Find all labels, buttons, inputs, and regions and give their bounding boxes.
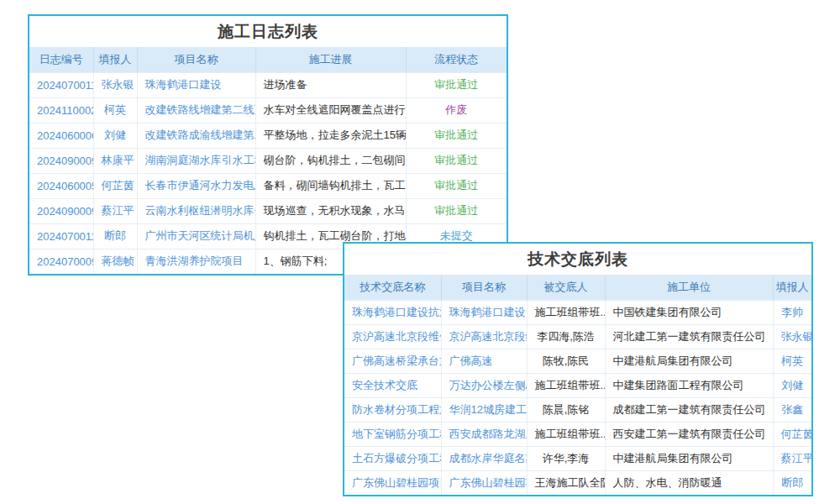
project-link[interactable]: 青海洪湖养护院项目: [145, 255, 244, 267]
receiver-cell: 陈牧,陈民: [527, 349, 605, 373]
name-link[interactable]: 京沪高速北京段维修...: [352, 330, 441, 343]
id-link[interactable]: 2024060006: [37, 129, 93, 142]
project-link[interactable]: 万达办公楼左侧A...: [449, 379, 528, 391]
table-row: 2024060006刘健改建铁路成渝线增建第二...平整场地，拉走多余泥土15辆…: [29, 123, 507, 148]
tech-disclosure-panel: 技术交底列表 技术交底名称项目名称被交底人施工单位填报人 珠海鹤港口建设抗浮..…: [343, 242, 813, 496]
column-header-receiver: 被交底人: [527, 275, 605, 300]
receiver-text: 陈牧,陈民: [543, 354, 590, 367]
reporter-link[interactable]: 林康平: [102, 154, 134, 166]
reporter-link[interactable]: 断郎: [104, 229, 126, 242]
reporter-link[interactable]: 刘健: [781, 379, 803, 391]
project-cell: 青海洪湖养护院项目: [137, 249, 255, 274]
name-link[interactable]: 土石方爆破分项工程...: [352, 452, 441, 465]
unit-cell: 中国铁建集团有限公司: [605, 300, 773, 324]
project-link[interactable]: 广州市天河区统计局机房...: [145, 229, 256, 242]
reporter-link[interactable]: 柯英: [104, 103, 126, 116]
reporter-link[interactable]: 张鑫: [781, 403, 803, 416]
project-cell: 湖南洞庭湖水库引水工程...: [137, 148, 255, 173]
project-link[interactable]: 广东佛山碧桂园项目: [449, 476, 528, 489]
id-cell: 2024070009: [29, 249, 93, 274]
status-cell: 审批通过: [406, 72, 507, 97]
reporter-cell: 刘健: [93, 123, 137, 148]
project-link[interactable]: 京沪高速北京段维修: [449, 330, 528, 343]
table-row: 2024090009蔡江平云南水利枢纽潜明水库一...现场巡查，无积水现象，水马…: [29, 198, 507, 223]
table-row: 安全技术交底万达办公楼左侧A...施工班组带班...中建集团路面工程有限公司刘健: [344, 373, 811, 397]
id-cell: 2024090009: [29, 198, 93, 223]
table-row: 广佛高速桥梁承台施...广佛高速陈牧,陈民中建港航局集团有限公司柯英: [344, 349, 811, 373]
reporter-cell: 李帅: [773, 300, 811, 324]
reporter-cell: 张永银: [93, 72, 137, 97]
table-row: 京沪高速北京段维修...京沪高速北京段维修李四海,陈浩河北建工第一建筑有限责任公…: [344, 324, 811, 349]
column-header-project: 项目名称: [441, 275, 527, 300]
receiver-text: 陈晨,陈铭: [543, 403, 590, 416]
reporter-cell: 张永银: [773, 324, 811, 349]
status-cell: 审批通过: [406, 173, 507, 198]
id-link[interactable]: 2024110002: [37, 104, 93, 117]
reporter-link[interactable]: 张永银: [781, 330, 812, 343]
reporter-cell: 何芷茵: [773, 422, 811, 446]
reporter-cell: 柯英: [773, 349, 811, 373]
id-link[interactable]: 2024070011: [37, 230, 93, 243]
name-link[interactable]: 珠海鹤港口建设抗浮...: [352, 306, 441, 318]
id-link[interactable]: 2024070011: [37, 79, 93, 92]
status-badge: 审批通过: [434, 179, 478, 192]
status-cell: 作废: [406, 97, 507, 123]
name-link[interactable]: 广佛高速桥梁承台施...: [352, 354, 441, 367]
project-link[interactable]: 珠海鹤港口建设: [449, 306, 526, 318]
receiver-text: 施工班组带班...: [535, 379, 606, 391]
table-row: 土石方爆破分项工程...成都水岸华庭名苑...许华,李海中建港航局集团有限公司蔡…: [344, 446, 811, 470]
progress-cell: 进场准备: [255, 72, 406, 97]
reporter-link[interactable]: 断郎: [781, 476, 803, 489]
project-link[interactable]: 改建铁路成渝线增建第二...: [145, 129, 256, 141]
name-link[interactable]: 安全技术交底: [352, 379, 417, 391]
reporter-link[interactable]: 柯英: [781, 354, 803, 367]
project-cell: 广东佛山碧桂园项目: [441, 470, 527, 495]
project-link[interactable]: 广佛高速: [449, 354, 493, 367]
id-cell: 2024070011: [29, 223, 93, 249]
reporter-link[interactable]: 蔡江平: [102, 204, 134, 217]
unit-text: 中建集团路面工程有限公司: [613, 379, 744, 391]
project-cell: 京沪高速北京段维修: [441, 324, 527, 349]
tech-disclosure-table: 技术交底名称项目名称被交底人施工单位填报人 珠海鹤港口建设抗浮...珠海鹤港口建…: [344, 275, 811, 495]
progress-text: 砌台阶，钩机排土，二包砌间...: [264, 154, 407, 166]
status-cell: 审批通过: [406, 148, 507, 173]
reporter-link[interactable]: 张永银: [102, 78, 134, 91]
status-badge: 审批通过: [434, 78, 478, 91]
unit-cell: 中建港航局集团有限公司: [605, 446, 773, 470]
name-link[interactable]: 防水卷材分项工程施...: [352, 403, 441, 416]
project-link[interactable]: 西安成都路龙湖上...: [449, 428, 528, 440]
reporter-link[interactable]: 刘健: [104, 129, 126, 141]
reporter-cell: 蔡江平: [773, 446, 811, 470]
project-link[interactable]: 改建铁路线增建第二线直...: [145, 103, 256, 116]
id-link[interactable]: 2024090009: [37, 155, 93, 167]
id-link[interactable]: 2024070009: [37, 255, 93, 268]
name-cell: 地下室钢筋分项工程...: [344, 422, 441, 446]
id-link[interactable]: 2024090009: [37, 205, 93, 218]
id-cell: 2024060005: [29, 173, 93, 198]
unit-cell: 成都建工第一建筑有限责任公司: [605, 397, 773, 422]
project-link[interactable]: 湖南洞庭湖水库引水工程...: [145, 154, 256, 166]
project-link[interactable]: 珠海鹤港口建设: [145, 78, 222, 91]
reporter-link[interactable]: 蔡江平: [781, 452, 812, 465]
project-link[interactable]: 华润12城房建工...: [449, 403, 528, 416]
id-link[interactable]: 2024060005: [37, 180, 93, 192]
project-cell: 广州市天河区统计局机房...: [137, 223, 255, 249]
reporter-link[interactable]: 李帅: [781, 306, 803, 318]
name-link[interactable]: 地下室钢筋分项工程...: [352, 428, 441, 440]
reporter-link[interactable]: 何芷茵: [781, 428, 812, 440]
project-link[interactable]: 成都水岸华庭名苑...: [449, 452, 528, 465]
reporter-link[interactable]: 何芷茵: [102, 179, 134, 192]
unit-text: 人防、水电、消防暖通: [613, 476, 722, 489]
receiver-cell: 施工班组带班...: [527, 300, 605, 324]
construction-log-panel: 施工日志列表 日志编号填报人项目名称施工进展流程状态 2024070011张永银…: [28, 14, 508, 276]
project-cell: 万达办公楼左侧A...: [441, 373, 527, 397]
project-cell: 西安成都路龙湖上...: [441, 422, 527, 446]
reporter-link[interactable]: 蒋德帧: [102, 255, 134, 267]
status-cell: 审批通过: [406, 198, 507, 223]
construction-log-table: 日志编号填报人项目名称施工进展流程状态 2024070011张永银珠海鹤港口建设…: [29, 47, 507, 274]
reporter-cell: 刘健: [773, 373, 811, 397]
project-link[interactable]: 云南水利枢纽潜明水库一...: [145, 204, 256, 217]
project-link[interactable]: 长春市伊通河水力发电厂...: [145, 179, 256, 192]
column-header-unit: 施工单位: [605, 275, 773, 300]
name-link[interactable]: 广东佛山碧桂园项目...: [352, 476, 441, 489]
